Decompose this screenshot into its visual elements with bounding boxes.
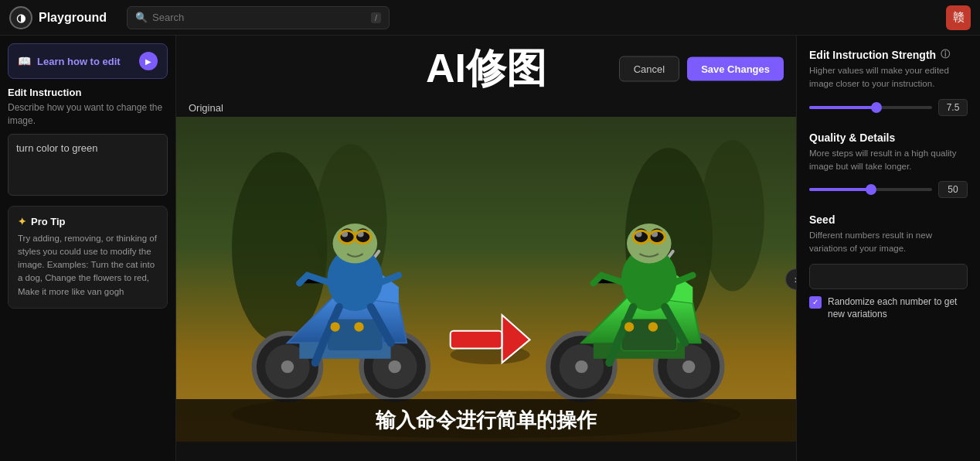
quality-slider-thumb[interactable] — [866, 184, 876, 195]
edit-instruction-section: Edit Instruction Describe how you want t… — [8, 87, 168, 198]
save-changes-button[interactable]: Save Changes — [687, 57, 784, 81]
randomize-checkbox[interactable]: ✓ — [809, 296, 822, 309]
seed-section: Seed Different numbers result in new var… — [809, 213, 968, 321]
search-bar[interactable]: 🔍 / — [127, 6, 390, 29]
quality-desc: More steps will result in a high quality… — [809, 147, 968, 174]
book-icon: 📖 — [18, 55, 31, 67]
center-header: AI修图 Cancel Save Changes — [176, 36, 796, 102]
right-panel: Edit Instruction Strength ⓘ Higher value… — [796, 36, 980, 461]
edit-instruction-desc: Describe how you want to change the imag… — [8, 101, 168, 128]
play-button[interactable]: ▶ — [139, 52, 158, 70]
search-input[interactable] — [152, 12, 366, 23]
svg-point-43 — [354, 323, 363, 332]
strength-slider-fill — [809, 106, 876, 109]
search-shortcut: / — [371, 12, 381, 23]
avatar[interactable]: 赣 — [946, 5, 971, 30]
original-label: Original — [176, 102, 223, 114]
quality-slider-fill — [809, 188, 871, 191]
svg-point-11 — [389, 360, 401, 373]
center-panel: AI修图 Cancel Save Changes Original — [176, 36, 796, 461]
strength-slider-row: 7.5 — [809, 99, 968, 116]
left-panel: 📖 Learn how to edit ▶ Edit Instruction D… — [0, 36, 176, 461]
page-title: AI修图 — [426, 42, 546, 96]
frog-scene: 输入命令进行简单的操作 › — [176, 117, 796, 442]
strength-slider-track[interactable] — [809, 106, 932, 109]
quality-slider-track[interactable] — [809, 188, 932, 191]
learn-btn-label: Learn how to edit — [37, 56, 121, 67]
strength-info-icon[interactable]: ⓘ — [941, 48, 950, 61]
learn-how-to-edit-button[interactable]: 📖 Learn how to edit ▶ — [8, 43, 168, 79]
seed-input[interactable] — [809, 264, 968, 289]
logo-icon: ◑ — [9, 6, 32, 29]
quality-section: Quality & Details More steps will result… — [809, 131, 968, 199]
main-layout: 📖 Learn how to edit ▶ Edit Instruction D… — [0, 36, 980, 461]
pro-tip-card: ✦ Pro Tip Try adding, removing, or think… — [8, 206, 168, 309]
strength-section: Edit Instruction Strength ⓘ Higher value… — [809, 48, 968, 116]
frog-scene-svg — [176, 117, 796, 442]
svg-rect-23 — [451, 331, 502, 349]
svg-point-42 — [330, 323, 339, 332]
strength-value: 7.5 — [938, 99, 968, 116]
svg-point-44 — [624, 323, 634, 332]
cancel-button[interactable]: Cancel — [619, 56, 679, 82]
star-icon: ✦ — [18, 216, 26, 227]
svg-point-45 — [648, 323, 658, 332]
topnav: ◑ Playground 🔍 / 赣 — [0, 0, 980, 36]
randomize-row: ✓ Randomize each number to get new varia… — [809, 295, 968, 322]
pro-tip-title: Pro Tip — [31, 216, 66, 227]
svg-point-8 — [281, 360, 294, 373]
svg-point-1 — [232, 152, 327, 343]
edit-instruction-title: Edit Instruction — [8, 87, 168, 98]
quality-slider-row: 50 — [809, 181, 968, 198]
strength-desc: Higher values will make your edited imag… — [809, 64, 968, 91]
logo-area: ◑ Playground — [9, 6, 117, 29]
randomize-label: Randomize each number to get new variati… — [828, 295, 968, 322]
quality-title: Quality & Details — [809, 131, 895, 144]
instruction-textarea[interactable]: turn color to green — [8, 134, 168, 196]
seed-title: Seed — [809, 213, 835, 226]
strength-title: Edit Instruction Strength — [809, 49, 936, 61]
pro-tip-text: Try adding, removing, or thinking of sty… — [18, 232, 158, 299]
image-area: Original — [176, 102, 796, 461]
strength-slider-thumb[interactable] — [871, 102, 882, 113]
seed-desc: Different numbers result in new variatio… — [809, 229, 968, 256]
search-icon: 🔍 — [135, 12, 148, 23]
logo-text: Playground — [39, 11, 107, 25]
quality-value: 50 — [938, 181, 968, 198]
svg-point-32 — [682, 360, 695, 373]
header-actions: Cancel Save Changes — [619, 56, 784, 82]
svg-point-4 — [701, 140, 764, 291]
svg-point-29 — [575, 360, 587, 373]
subtitle-overlay: 输入命令进行简单的操作 — [176, 399, 796, 442]
